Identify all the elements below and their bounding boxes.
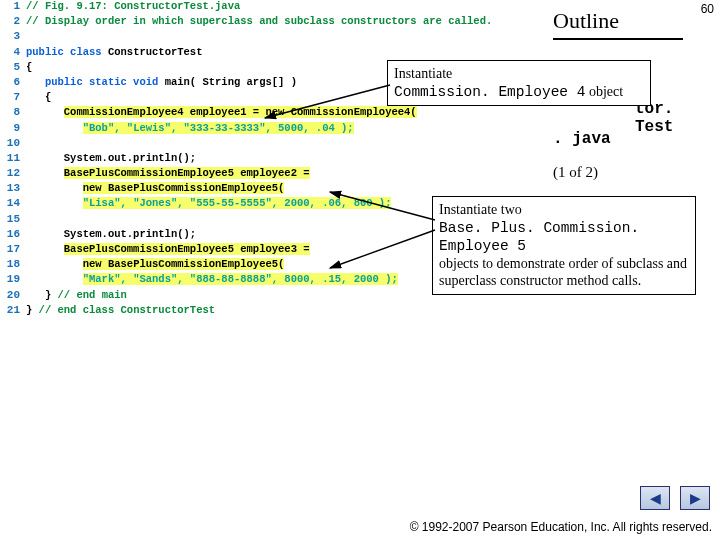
code-line: 6 public static void main( String args[]… <box>0 76 430 91</box>
callout-text: Instantiate <box>394 66 452 81</box>
copyright-footer: © 1992-2007 Pearson Education, Inc. All … <box>410 520 712 534</box>
code-line: 9 "Bob", "Lewis", "333-33-3333", 5000, .… <box>0 122 430 137</box>
callout-text: objects to demonstrate order of subclass… <box>439 256 687 289</box>
code-line: 3 <box>0 30 430 45</box>
callout-instantiate-bpce5: Instantiate two Base. Plus. Commission. … <box>432 196 696 295</box>
code-line: 20 } // end main <box>0 289 430 304</box>
code-line: 12 BasePlusCommissionEmployee5 employee2… <box>0 167 430 182</box>
code-line: 14 "Lisa", "Jones", "555-55-5555", 2000,… <box>0 197 430 212</box>
triangle-left-icon: ◀ <box>650 490 661 506</box>
code-line: 2// Display order in which superclass an… <box>0 15 430 30</box>
callout-code: Base. Plus. Commission. Employee 5 <box>439 220 639 254</box>
slide-root: 60 Outline tor. Test . java (1 of 2) 1//… <box>0 0 720 540</box>
prev-button[interactable]: ◀ <box>640 486 670 510</box>
code-line: 19 "Mark", "Sands", "888-88-8888", 8000,… <box>0 273 430 288</box>
code-line: 10 <box>0 137 430 152</box>
callout-instantiate-ce4: Instantiate Commission. Employee 4 objec… <box>387 60 651 106</box>
callout-text: object <box>585 84 623 99</box>
code-listing: 1// Fig. 9.17: ConstructorTest.java 2// … <box>0 0 430 350</box>
code-line: 5{ <box>0 61 430 76</box>
code-line: 1// Fig. 9.17: ConstructorTest.java <box>0 0 430 15</box>
next-button[interactable]: ▶ <box>680 486 710 510</box>
partial-title-java: . java <box>553 130 611 148</box>
code-line: 8 CommissionEmployee4 employee1 = new Co… <box>0 106 430 121</box>
callout-code: Commission. Employee 4 <box>394 84 585 100</box>
code-line: 18 new BasePlusCommissionEmployee5( <box>0 258 430 273</box>
code-line: 13 new BasePlusCommissionEmployee5( <box>0 182 430 197</box>
code-line: 17 BasePlusCommissionEmployee5 employee3… <box>0 243 430 258</box>
triangle-right-icon: ▶ <box>690 490 701 506</box>
code-line: 16 System.out.println(); <box>0 228 430 243</box>
code-line: 7 { <box>0 91 430 106</box>
page-indicator: (1 of 2) <box>553 164 598 181</box>
code-line: 4public class ConstructorTest <box>0 46 430 61</box>
callout-text: Instantiate two <box>439 202 522 217</box>
nav-buttons: ◀ ▶ <box>640 486 710 510</box>
page-number: 60 <box>701 2 714 16</box>
code-line: 15 <box>0 213 430 228</box>
code-line: 11 System.out.println(); <box>0 152 430 167</box>
outline-heading: Outline <box>553 4 683 40</box>
code-line: 21} // end class ConstructorTest <box>0 304 430 319</box>
